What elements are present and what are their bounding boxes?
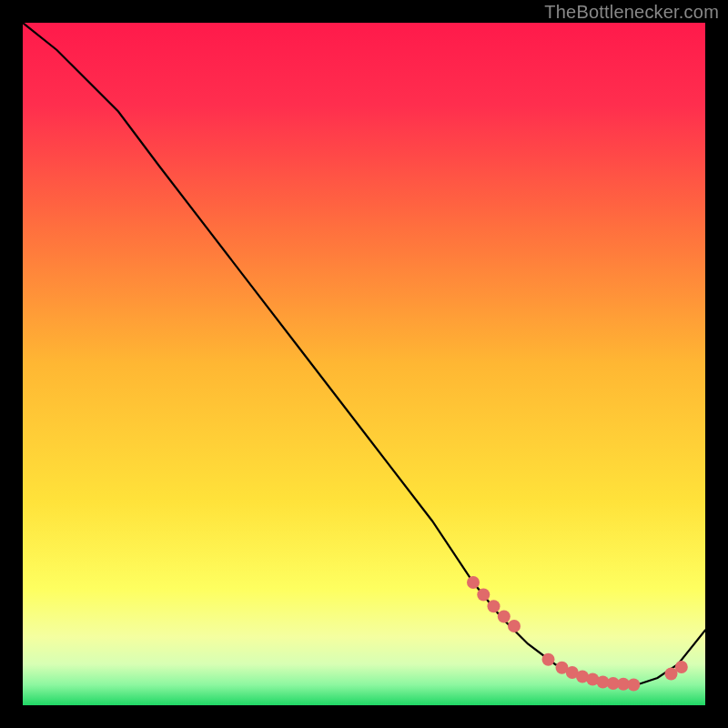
highlight-dot — [477, 589, 490, 602]
gradient-background — [23, 23, 705, 705]
highlight-dot — [627, 679, 640, 692]
highlight-dot — [542, 653, 555, 666]
chart-svg — [23, 23, 705, 705]
highlight-dot — [467, 576, 480, 589]
chart-frame: TheBottlenecker.com — [0, 0, 728, 728]
highlight-dot — [508, 620, 521, 632]
attribution-text: TheBottlenecker.com — [544, 2, 719, 23]
highlight-dot — [675, 661, 688, 673]
highlight-dot — [488, 600, 500, 612]
highlight-dot — [498, 611, 511, 623]
plot-area — [23, 23, 705, 705]
